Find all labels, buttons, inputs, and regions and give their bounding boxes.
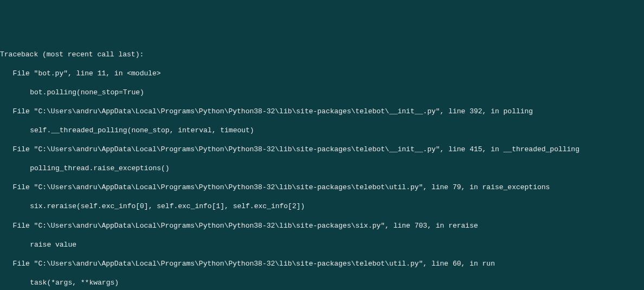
traceback-code-line: task(*args, **kwargs) (0, 278, 644, 288)
traceback-file-line: File "C:\Users\andru\AppData\Local\Progr… (0, 145, 644, 154)
traceback-code-line: self.__threaded_polling(none_stop, inter… (0, 126, 644, 136)
traceback-file-line: File "C:\Users\andru\AppData\Local\Progr… (0, 183, 644, 192)
traceback-file-line: File "C:\Users\andru\AppData\Local\Progr… (0, 259, 644, 269)
terminal-output: Traceback (most recent call last): File … (0, 40, 644, 290)
traceback-file-line: File "bot.py", line 11, in <module> (0, 69, 644, 79)
traceback-file-line: File "C:\Users\andru\AppData\Local\Progr… (0, 107, 644, 117)
traceback-header: Traceback (most recent call last): (0, 50, 644, 60)
traceback-code-line: six.reraise(self.exc_info[0], self.exc_i… (0, 202, 644, 211)
traceback-code-line: raise value (0, 240, 644, 250)
traceback-code-line: bot.polling(none_stop=True) (0, 88, 644, 98)
traceback-file-line: File "C:\Users\andru\AppData\Local\Progr… (0, 221, 644, 231)
traceback-code-line: polling_thread.raise_exceptions() (0, 164, 644, 173)
